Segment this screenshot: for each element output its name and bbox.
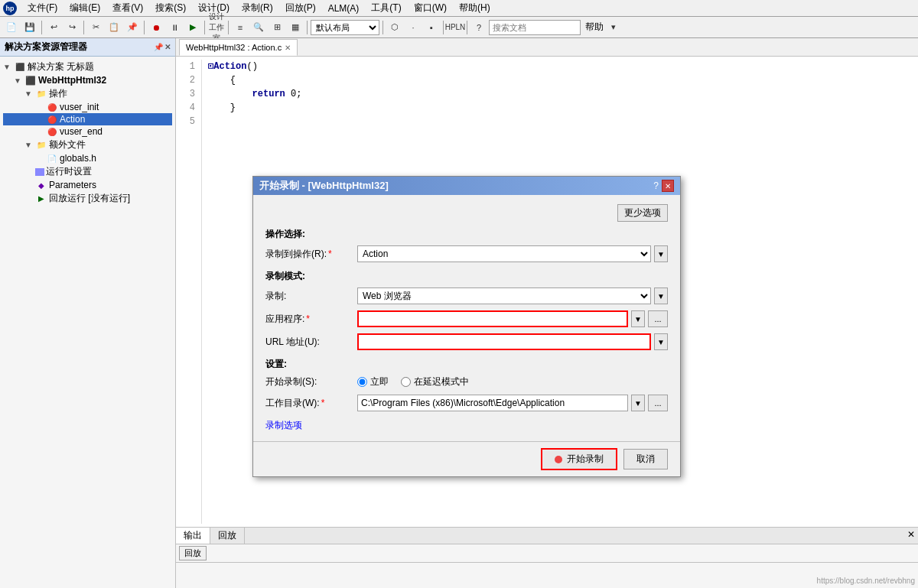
icon-globals: 📄 [46, 153, 58, 164]
dialog-titlebar: 开始录制 - [WebHttpHtml32] ? ✕ [253, 177, 680, 195]
tab-action-c[interactable]: WebHttpHtml32 : Action.c ✕ [179, 39, 298, 56]
copy-btn[interactable]: 📋 [106, 19, 122, 36]
tree-item-parameters[interactable]: ◆ Parameters [3, 179, 172, 191]
label-vuser-init: vuser_init [60, 102, 99, 112]
bottom-close-icon[interactable]: ✕ [904, 528, 918, 544]
align-left[interactable]: ≡ [232, 19, 249, 36]
menu-record[interactable]: 录制(R) [236, 0, 279, 16]
icon-vuser-init: 🔴 [46, 102, 58, 112]
table-btn[interactable]: ▦ [287, 19, 304, 36]
sidebar: 解决方案资源管理器 📌 ✕ ▼ ⬛ 解决方案 无标题 ▼ ⬛ WebHttpHt… [0, 38, 176, 588]
record-options-link[interactable]: 录制选项 [265, 420, 302, 430]
workdir-browse-btn[interactable]: ... [648, 395, 668, 411]
record-type-select[interactable]: Web 浏览器 [357, 288, 651, 304]
url-dropdown-arrow[interactable]: ▼ [654, 333, 668, 350]
save-btn[interactable]: 💾 [21, 19, 38, 36]
tree-item-operations[interactable]: ▼ 📁 操作 [3, 86, 172, 101]
icon-replay: ▶ [35, 193, 47, 204]
label-solution: 解决方案 无标题 [28, 60, 94, 73]
layout-dropdown[interactable]: 默认布局 [311, 20, 379, 35]
cancel-btn[interactable]: 取消 [623, 449, 668, 469]
replay-btn[interactable]: 回放 [179, 546, 207, 560]
workdir-input-wrap: ▼ ... [357, 395, 668, 411]
menu-tools[interactable]: 工具(T) [365, 0, 407, 16]
tree-item-extra-files[interactable]: ▼ 📁 额外文件 [3, 138, 172, 152]
workdir-dropdown-arrow[interactable]: ▼ [631, 395, 645, 411]
record-to-select[interactable]: Action [357, 245, 651, 262]
menu-view[interactable]: 查看(V) [106, 0, 149, 16]
radio-now-input[interactable] [357, 377, 367, 387]
less-options-btn[interactable]: 更少选项 [617, 204, 668, 222]
menu-search[interactable]: 搜索(S) [149, 0, 192, 16]
tree-item-solution[interactable]: ▼ ⬛ 解决方案 无标题 [3, 60, 172, 74]
label-globals: globals.h [60, 153, 96, 164]
cut-btn[interactable]: ✂ [87, 19, 104, 36]
label-replay: 回放运行 [没有运行] [49, 192, 130, 205]
record-to-arrow[interactable]: ▼ [654, 245, 668, 262]
app-browse-btn[interactable]: ... [648, 310, 668, 327]
toolbar-sep-1 [41, 21, 42, 34]
paste-btn[interactable]: 📌 [124, 19, 141, 36]
line-numbers: 1 2 3 4 5 [179, 60, 202, 524]
toolbar-sep-7 [382, 21, 383, 34]
record-dialog[interactable]: 开始录制 - [WebHttpHtml32] ? ✕ 更少选项 操作选择: 录制… [252, 176, 681, 477]
cursor-btn[interactable]: ⬡ [386, 19, 403, 36]
tree-item-runtime[interactable]: 运行时设置 [3, 164, 172, 179]
url-input-wrap: ▼ [357, 333, 668, 350]
sidebar-header-icons: 📌 ✕ [154, 43, 171, 51]
radio-delayed-input[interactable] [401, 377, 411, 387]
tree-item-vuser-init[interactable]: 🔴 vuser_init [3, 101, 172, 113]
bottom-tabs: 输出 回放 ✕ [176, 528, 918, 544]
help-dropdown-btn[interactable]: ▾ [605, 19, 622, 36]
workdir-label: 工作目录(W):* [265, 397, 357, 410]
tab-close-icon[interactable]: ✕ [285, 44, 291, 52]
menu-window[interactable]: 窗口(W) [408, 0, 453, 16]
close-sidebar-icon[interactable]: ✕ [164, 43, 171, 51]
design-btn[interactable]: 设计工作室 [208, 19, 225, 36]
workdir-input[interactable] [357, 395, 628, 411]
menu-playback[interactable]: 回放(P) [279, 0, 322, 16]
zoom-btn[interactable]: 🔍 [250, 19, 267, 36]
expand-operations: ▼ [24, 89, 35, 98]
section-mode: 录制模式: 录制: Web 浏览器 ▼ 应用程序:* [265, 270, 668, 350]
menu-help[interactable]: 帮助(H) [453, 0, 496, 16]
play-btn[interactable]: ▶ [184, 19, 201, 36]
url-label: URL 地址(U): [265, 336, 357, 349]
workdir-required: * [321, 398, 325, 408]
app-dropdown-arrow[interactable]: ▼ [631, 310, 645, 327]
radio-delayed[interactable]: 在延迟模式中 [401, 375, 469, 388]
tree-item-globals[interactable]: 📄 globals.h [3, 152, 172, 164]
dialog-close-btn[interactable]: ✕ [662, 180, 674, 192]
tree-item-vuser-end[interactable]: 🔴 vuser_end [3, 125, 172, 138]
pin-icon[interactable]: 📌 [154, 43, 163, 51]
radio-now[interactable]: 立即 [357, 375, 389, 388]
block-btn[interactable]: ▪ [423, 19, 440, 36]
grid-btn[interactable]: ⊞ [269, 19, 285, 36]
menu-alm[interactable]: ALM(A) [322, 2, 366, 15]
record-type-arrow[interactable]: ▼ [654, 288, 668, 304]
menu-file[interactable]: 文件(F) [21, 0, 63, 16]
search-input[interactable] [489, 20, 581, 35]
new-btn[interactable]: 📄 [3, 19, 20, 36]
pause-btn[interactable]: ⏸ [166, 19, 183, 36]
menu-edit[interactable]: 编辑(E) [63, 0, 106, 16]
label-parameters: Parameters [49, 180, 96, 190]
bottom-tab-output[interactable]: 输出 [176, 528, 210, 544]
start-record-btn[interactable]: 开始录制 [541, 448, 617, 470]
undo-btn[interactable]: ↩ [45, 19, 62, 36]
dot-btn[interactable]: · [405, 19, 422, 36]
redo-btn[interactable]: ↪ [63, 19, 80, 36]
code-line-5 [208, 115, 915, 128]
help-icon-btn[interactable]: ? [470, 19, 487, 36]
tree-item-replay[interactable]: ▶ 回放运行 [没有运行] [3, 191, 172, 206]
dialog-controls: ? ✕ [653, 180, 674, 192]
tree-item-action[interactable]: 🔴 Action [3, 113, 172, 125]
tree-item-webhttphtml32[interactable]: ▼ ⬛ WebHttpHtml32 [3, 74, 172, 86]
code-line-3: return 0; [208, 87, 915, 101]
record-btn[interactable]: ⏺ [148, 19, 164, 36]
bottom-tab-replay[interactable]: 回放 [210, 528, 245, 544]
dialog-help-btn[interactable]: ? [653, 180, 659, 191]
section-mode-title: 录制模式: [265, 270, 668, 283]
url-input[interactable] [357, 333, 651, 350]
app-input[interactable] [357, 310, 628, 327]
